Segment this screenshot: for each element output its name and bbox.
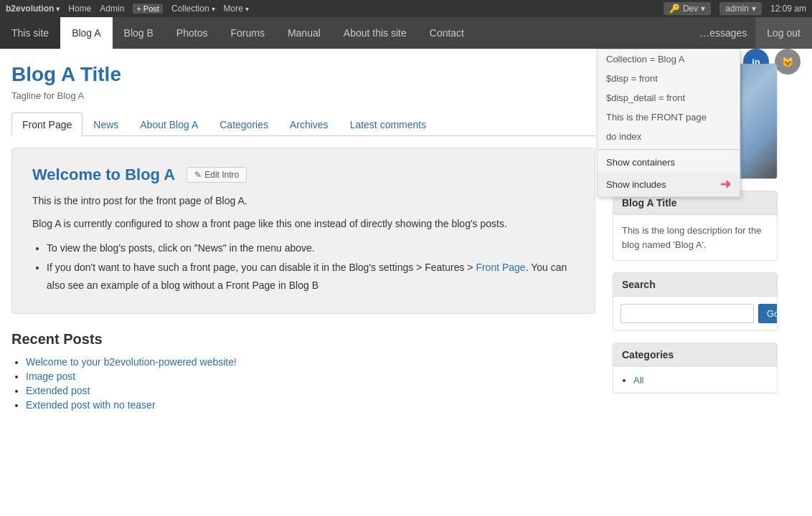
admin-arrow-icon: ▾ bbox=[752, 4, 756, 14]
front-page-box: Welcome to Blog A ✎ Edit Intro This is t… bbox=[11, 148, 595, 314]
recent-posts-list: Welcome to your b2evolution-powered webs… bbox=[11, 356, 595, 411]
admin-bar: b2evolution ▾ Home Admin + Post Collecti… bbox=[0, 0, 812, 17]
tab-front-page[interactable]: Front Page bbox=[11, 113, 82, 136]
dropdown-item-4: do index bbox=[598, 127, 740, 146]
github-icon[interactable]: 🐱 bbox=[775, 49, 801, 75]
blog-tagline: Tagline for Blog A bbox=[11, 90, 595, 101]
collection-dropdown: Collection = Blog A $disp = front $disp_… bbox=[597, 49, 740, 197]
sidebar-categories-box: Categories All bbox=[613, 343, 778, 393]
site-nav: This site Blog A Blog B Photos Forums Ma… bbox=[0, 17, 812, 49]
key-icon: 🔑 bbox=[669, 4, 680, 14]
site-nav-contact[interactable]: Contact bbox=[418, 17, 476, 49]
edit-intro-button[interactable]: ✎ Edit Intro bbox=[187, 167, 247, 183]
site-nav-logout[interactable]: Log out bbox=[755, 17, 812, 49]
front-page-list: To view the blog's posts, click on "News… bbox=[32, 239, 575, 295]
site-nav-this-site[interactable]: This site bbox=[0, 17, 60, 49]
admin-bar-admin-btn[interactable]: admin ▾ bbox=[719, 2, 762, 15]
search-input[interactable] bbox=[620, 304, 754, 323]
recent-posts-title: Recent Posts bbox=[11, 331, 595, 348]
site-nav-blog-b[interactable]: Blog B bbox=[113, 17, 165, 49]
recent-post-link-2[interactable]: Extended post bbox=[26, 385, 90, 396]
recent-post-0: Welcome to your b2evolution-powered webs… bbox=[26, 356, 595, 368]
front-page-bullet-0: To view the blog's posts, click on "News… bbox=[47, 239, 575, 257]
front-page-body: Blog A is currently configured to show a… bbox=[32, 216, 575, 231]
blog-tabs: Front Page News About Blog A Categories … bbox=[11, 113, 595, 136]
brand-name: b2evolution bbox=[6, 4, 54, 14]
front-page-title: Welcome to Blog A bbox=[32, 166, 175, 184]
admin-bar-dev[interactable]: 🔑 Dev ▾ bbox=[664, 2, 711, 15]
recent-post-3: Extended post with no teaser bbox=[26, 399, 595, 411]
tab-archives[interactable]: Archives bbox=[279, 113, 339, 136]
brand-logo[interactable]: b2evolution ▾ bbox=[6, 4, 60, 14]
front-page-intro: This is the intro post for the front pag… bbox=[32, 193, 575, 209]
show-includes-link[interactable]: Show includes ➜ bbox=[598, 172, 740, 196]
front-page-bullet-1: If you don't want to have such a front p… bbox=[47, 259, 575, 295]
site-nav-blog-a[interactable]: Blog A bbox=[60, 17, 112, 49]
recent-post-link-3[interactable]: Extended post with no teaser bbox=[26, 399, 156, 411]
tab-categories[interactable]: Categories bbox=[209, 113, 279, 136]
admin-bar-post[interactable]: + Post bbox=[133, 4, 163, 14]
collection-arrow-icon: ▾ bbox=[212, 5, 215, 13]
admin-bar-time: 12:09 am bbox=[770, 4, 806, 14]
sidebar-blog-description: This is the long description for the blo… bbox=[613, 215, 777, 260]
recent-post-1: Image post bbox=[26, 371, 595, 382]
edit-icon: ✎ bbox=[194, 170, 202, 180]
site-nav-messages[interactable]: …essages bbox=[691, 27, 755, 39]
more-arrow-icon: ▾ bbox=[245, 5, 249, 13]
categories-list: All bbox=[613, 367, 777, 393]
content-area: Blog A Title Tagline for Blog A Front Pa… bbox=[11, 63, 613, 414]
tab-latest-comments[interactable]: Latest comments bbox=[339, 113, 438, 136]
sidebar-search-box: Search Go bbox=[613, 272, 778, 331]
site-nav-photos[interactable]: Photos bbox=[165, 17, 219, 49]
sidebar-search-header: Search bbox=[613, 273, 777, 297]
dropdown-item-1: $disp = front bbox=[598, 69, 740, 88]
show-containers-link[interactable]: Show containers bbox=[598, 153, 740, 172]
site-nav-manual[interactable]: Manual bbox=[276, 17, 332, 49]
tab-about-blog-a[interactable]: About Blog A bbox=[129, 113, 209, 136]
admin-bar-more[interactable]: More ▾ bbox=[224, 4, 249, 14]
admin-bar-admin[interactable]: Admin bbox=[100, 4, 124, 14]
dropdown-item-0: Collection = Blog A bbox=[598, 49, 740, 69]
sidebar-blog-title-box: Blog A Title This is the long descriptio… bbox=[613, 191, 778, 261]
recent-post-link-1[interactable]: Image post bbox=[26, 371, 75, 382]
dev-arrow-icon: ▾ bbox=[701, 4, 705, 14]
category-all[interactable]: All bbox=[633, 375, 643, 386]
sidebar-categories-header: Categories bbox=[613, 343, 777, 367]
dropdown-item-3: This is the FRONT page bbox=[598, 108, 740, 127]
tab-news[interactable]: News bbox=[82, 113, 129, 136]
recent-post-link-0[interactable]: Welcome to your b2evolution-powered webs… bbox=[26, 356, 237, 368]
blog-title: Blog A Title bbox=[11, 63, 595, 86]
brand-arrow-icon: ▾ bbox=[56, 5, 60, 13]
dropdown-item-2: $disp_detail = front bbox=[598, 88, 740, 108]
pink-arrow-icon: ➜ bbox=[720, 176, 731, 192]
admin-bar-home[interactable]: Home bbox=[68, 4, 91, 14]
admin-bar-collection[interactable]: Collection ▾ bbox=[171, 4, 215, 14]
search-input-row: Go bbox=[613, 297, 777, 330]
search-go-button[interactable]: Go bbox=[758, 304, 778, 323]
front-page-link[interactable]: Front Page bbox=[476, 262, 525, 273]
site-nav-about[interactable]: About this site bbox=[332, 17, 418, 49]
recent-post-2: Extended post bbox=[26, 385, 595, 396]
site-nav-forums[interactable]: Forums bbox=[219, 17, 275, 49]
